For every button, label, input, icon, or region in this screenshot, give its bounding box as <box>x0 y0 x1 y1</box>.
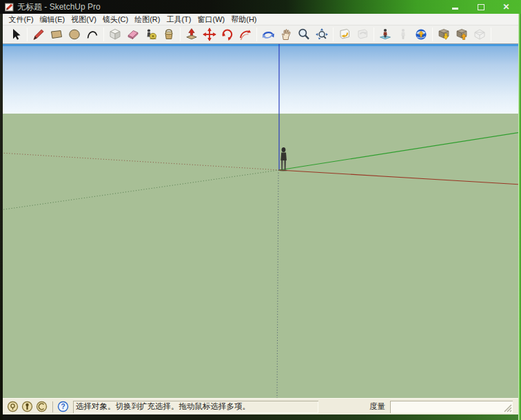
titlebar: 无标题 - SketchUp Pro ✕ <box>0 0 521 14</box>
building-maker-icon <box>473 28 487 41</box>
drawing-viewport[interactable] <box>3 44 518 398</box>
eraser-tool-button[interactable] <box>124 26 142 43</box>
walk-icon <box>396 28 410 41</box>
google-earth-icon <box>414 28 428 41</box>
google-earth-button[interactable] <box>412 26 430 43</box>
window-border-left <box>0 14 3 420</box>
window-border-right <box>518 14 521 420</box>
maximize-button[interactable] <box>473 3 488 12</box>
get-models-button[interactable] <box>435 26 453 43</box>
line-icon <box>32 28 45 41</box>
pan-icon <box>279 28 293 41</box>
share-model-button[interactable] <box>453 26 471 43</box>
move-tool-button[interactable] <box>201 26 218 43</box>
get-models-icon <box>437 28 451 41</box>
zoom-icon <box>297 28 311 41</box>
position-camera-button[interactable] <box>376 26 394 43</box>
ground <box>3 114 518 398</box>
arc-icon <box>85 28 99 41</box>
svg-text:?: ? <box>61 403 65 410</box>
close-icon: ✕ <box>502 3 509 11</box>
walk-tool-button[interactable] <box>394 26 412 43</box>
tape-measure-button[interactable] <box>142 26 160 43</box>
previous-view-icon <box>338 28 351 41</box>
menu-window[interactable]: 窗口(W) <box>194 14 228 25</box>
menu-camera[interactable]: 镜头(C) <box>99 14 131 25</box>
maximize-icon <box>478 4 484 10</box>
measurement-box <box>390 401 513 413</box>
eraser-icon <box>126 28 140 41</box>
paint-bucket-button[interactable] <box>160 26 178 43</box>
rectangle-icon <box>50 28 63 41</box>
select-tool-button[interactable] <box>7 26 25 43</box>
tape-measure-icon <box>144 28 158 41</box>
statusbar: ? 选择对象。切换到扩充选择。拖动鼠标选择多项。 度量 <box>3 398 518 414</box>
menu-help[interactable]: 帮助(H) <box>228 14 260 25</box>
orbit-icon <box>261 28 275 41</box>
previous-view-button[interactable] <box>336 26 354 43</box>
push-pull-button[interactable] <box>183 26 201 43</box>
follow-me-button[interactable] <box>236 26 254 43</box>
measurement-input[interactable] <box>391 401 512 412</box>
measurement-label: 度量 <box>369 401 390 412</box>
position-camera-icon <box>378 28 392 41</box>
pan-tool-button[interactable] <box>277 26 295 43</box>
window-title: 无标题 - SketchUp Pro <box>17 1 101 13</box>
menu-tools[interactable]: 工具(T) <box>163 14 194 25</box>
share-model-icon <box>455 28 469 41</box>
resize-grip[interactable] <box>503 403 512 412</box>
toolbar <box>3 25 518 44</box>
zoom-extents-icon <box>315 28 329 41</box>
sky <box>3 44 518 114</box>
menu-file[interactable]: 文件(F) <box>6 14 37 25</box>
follow-me-icon <box>238 28 252 41</box>
zoom-tool-button[interactable] <box>295 26 313 43</box>
menu-view[interactable]: 视图(V) <box>68 14 100 25</box>
help-icon[interactable]: ? <box>57 401 69 412</box>
rotate-tool-button[interactable] <box>218 26 236 43</box>
close-button[interactable]: ✕ <box>499 3 513 12</box>
rotate-icon <box>221 28 234 41</box>
orbit-tool-button[interactable] <box>259 26 277 43</box>
push-pull-icon <box>185 28 198 41</box>
line-tool-button[interactable] <box>30 26 48 43</box>
rectangle-tool-button[interactable] <box>48 26 65 43</box>
sketchup-window: 无标题 - SketchUp Pro ✕ 文件(F) 编辑(E) 视图(V) 镜… <box>0 0 521 420</box>
status-message: 选择对象。切换到扩充选择。拖动鼠标选择多项。 <box>76 401 250 412</box>
next-view-icon <box>356 28 369 41</box>
minimize-icon <box>452 8 458 10</box>
menu-edit[interactable]: 编辑(E) <box>37 14 68 25</box>
circle-tool-button[interactable] <box>65 26 83 43</box>
zoom-extents-button[interactable] <box>313 26 331 43</box>
app-icon <box>5 3 14 12</box>
building-maker-button[interactable] <box>471 26 489 43</box>
status-message-box: 选择对象。切换到扩充选择。拖动鼠标选择多项。 <box>73 401 318 413</box>
geolocation-icon[interactable] <box>7 401 19 412</box>
scene-3d <box>3 44 518 398</box>
arc-tool-button[interactable] <box>83 26 101 43</box>
claim-attribution-icon[interactable] <box>21 401 33 412</box>
menu-draw[interactable]: 绘图(R) <box>132 14 163 25</box>
select-icon <box>9 28 23 41</box>
move-icon <box>203 28 216 41</box>
window-border-bottom <box>0 414 521 420</box>
sky-top-strip <box>3 44 518 46</box>
credits-icon[interactable] <box>36 401 48 412</box>
make-component-button[interactable] <box>106 26 124 43</box>
next-view-button[interactable] <box>354 26 371 43</box>
circle-icon <box>68 28 81 41</box>
menubar: 文件(F) 编辑(E) 视图(V) 镜头(C) 绘图(R) 工具(T) 窗口(W… <box>3 14 518 25</box>
minimize-button[interactable] <box>448 3 462 12</box>
paint-bucket-icon <box>162 28 176 41</box>
make-component-icon <box>108 28 122 41</box>
